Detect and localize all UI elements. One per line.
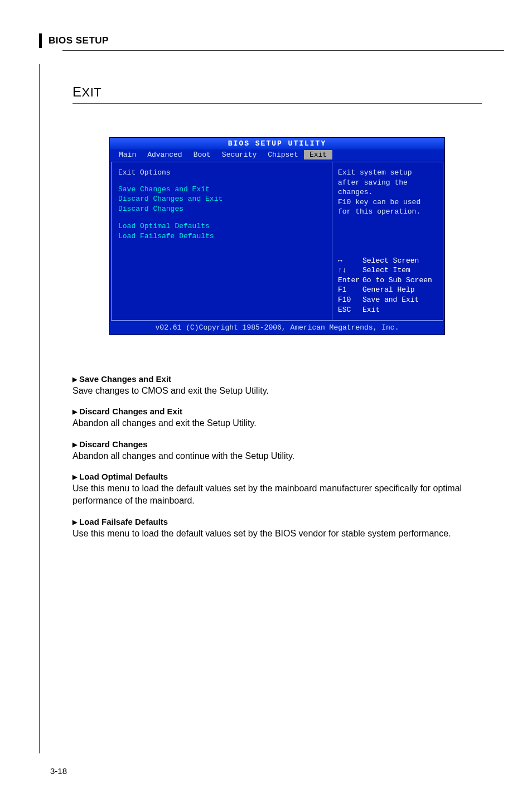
header-marker [39,33,42,48]
bios-item-save-exit[interactable]: Save Changes and Exit [118,185,325,195]
entry-desc: Save changes to CMOS and exit the Setup … [72,385,482,397]
entry-desc: Use this menu to load the default values… [72,482,482,506]
bios-help-text: Exit system setup after saving the chang… [338,168,437,217]
entry-title: Load Optimal Defaults [79,472,168,481]
entry-load-optimal-defaults: ▶Load Optimal Defaults Use this menu to … [72,472,482,506]
entries: ▶Save Changes and Exit Save changes to C… [72,374,482,540]
bios-tab-security[interactable]: Security [216,150,262,160]
triangle-icon: ▶ [72,519,77,525]
bios-key-text: Exit [362,306,380,314]
bios-help-line: for this operation. [338,207,437,217]
bios-key: ↔ [338,256,362,266]
bios-tab-advanced[interactable]: Advanced [142,150,187,160]
bios-key-text: Select Item [362,266,410,274]
entry-save-changes-and-exit: ▶Save Changes and Exit Save changes to C… [72,374,482,397]
bios-screenshot: BIOS SETUP UTILITY Main Advanced Boot Se… [109,137,445,335]
section-title-cap: E [72,84,82,99]
vertical-rule [39,64,40,753]
triangle-icon: ▶ [72,473,77,480]
entry-desc: Use this menu to load the default values… [72,528,482,540]
bios-footer: v02.61 (C)Copyright 1985-2006, American … [110,322,444,335]
bios-tab-main[interactable]: Main [113,150,142,160]
entry-title: Save Changes and Exit [79,374,171,384]
entry-load-failsafe-defaults: ▶Load Failsafe Defaults Use this menu to… [72,517,482,540]
bios-key-text: Save and Exit [362,296,419,304]
bios-key: ESC [338,305,362,315]
entry-desc: Abandon all changes and exit the Setup U… [72,417,482,429]
bios-key: F10 [338,295,362,305]
header-rule [62,50,504,51]
bios-tab-chipset[interactable]: Chipset [262,150,304,160]
bios-key-legend: ↔Select Screen ↑↓Select Item EnterGo to … [338,256,437,315]
bios-tab-boot[interactable]: Boot [188,150,216,160]
bios-left-pane: Exit Options Save Changes and Exit Disca… [111,162,332,321]
bios-key-text: Go to Sub Screen [362,276,432,284]
section-title-rest: XIT [82,85,102,99]
bios-item-load-optimal[interactable]: Load Optimal Defaults [118,221,325,231]
bios-tab-bar: Main Advanced Boot Security Chipset Exit [110,149,444,161]
bios-right-pane: Exit system setup after saving the chang… [332,162,443,321]
entry-discard-changes-and-exit: ▶Discard Changes and Exit Abandon all ch… [72,407,482,429]
bios-help-line: Exit system setup [338,168,437,178]
bios-key-text: General Help [362,286,415,294]
page-number: 3-18 [50,766,67,776]
bios-item-discard[interactable]: Discard Changes [118,204,325,214]
bios-item-discard-exit[interactable]: Discard Changes and Exit [118,194,325,204]
bios-key-text: Select Screen [362,257,419,265]
bios-help-line: after saving the [338,178,437,188]
entry-title: Discard Changes [79,439,148,449]
bios-tab-exit[interactable]: Exit [304,150,332,160]
bios-left-heading: Exit Options [118,168,325,178]
triangle-icon: ▶ [72,376,77,383]
bios-key: ↑↓ [338,265,362,275]
entry-discard-changes: ▶Discard Changes Abandon all changes and… [72,439,482,462]
bios-item-load-failsafe[interactable]: Load Failsafe Defaults [118,231,325,241]
triangle-icon: ▶ [72,441,77,448]
entry-title: Discard Changes and Exit [79,407,182,416]
section-title: EXIT [72,84,482,104]
entry-desc: Abandon all changes and continue with th… [72,450,482,462]
bios-key: Enter [338,275,362,286]
bios-help-line: F10 key can be used [338,197,437,207]
bios-key: F1 [338,285,362,295]
entry-title: Load Failsafe Defaults [79,517,168,526]
bios-help-line: changes. [338,187,437,197]
bios-title: BIOS SETUP UTILITY [110,138,444,149]
triangle-icon: ▶ [72,408,77,415]
page-header: BIOS SETUP [49,35,109,46]
